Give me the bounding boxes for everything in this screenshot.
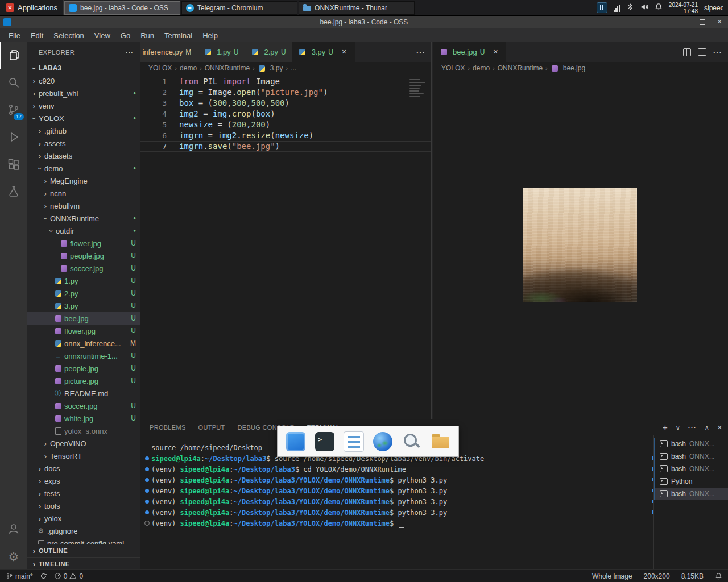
tree-folder[interactable]: tools	[27, 500, 140, 512]
source-control-activity-button[interactable]: 17	[0, 97, 27, 124]
minimize-button[interactable]	[677, 15, 694, 28]
tree-folder[interactable]: ONNXRuntime●	[27, 212, 140, 225]
breadcrumb-item[interactable]: YOLOX	[148, 64, 172, 72]
tree-file[interactable]: flower.jpgU	[27, 237, 140, 250]
menu-terminal[interactable]: Terminal	[159, 28, 197, 42]
tree-folder[interactable]: venv	[27, 99, 140, 112]
tree-file[interactable]: bee.jpgU	[27, 312, 140, 325]
settings-button[interactable]: ⚙	[0, 543, 27, 570]
breadcrumb-item[interactable]: bee.jpg	[551, 64, 585, 72]
maximize-panel-icon[interactable]	[705, 423, 709, 431]
tree-folder[interactable]: tests	[27, 487, 140, 500]
launcher-item-search[interactable]	[399, 429, 424, 454]
tree-folder[interactable]: demo●	[27, 162, 140, 174]
launcher-item-terminal[interactable]	[312, 429, 337, 454]
explorer-activity-button[interactable]	[0, 42, 27, 69]
tree-folder[interactable]: OpenVINO	[27, 437, 140, 450]
tree-file[interactable]: white.jpgU	[27, 412, 140, 425]
terminal-list-item[interactable]: Python	[654, 475, 728, 488]
outline-section[interactable]: OUTLINE	[27, 544, 140, 557]
tree-file[interactable]: flower.jpgU	[27, 325, 140, 337]
menu-file[interactable]: File	[3, 28, 26, 42]
tree-folder[interactable]: assets	[27, 137, 140, 149]
search-activity-button[interactable]	[0, 69, 27, 97]
tree-file[interactable]: picture.jpgU	[27, 375, 140, 387]
breadcrumb-item[interactable]: ...	[291, 64, 296, 72]
problems-status[interactable]: 0 0	[54, 572, 83, 580]
extensions-activity-button[interactable]	[0, 151, 27, 178]
more-actions-icon[interactable]	[713, 48, 722, 56]
tree-file[interactable]: 1.pyU	[27, 275, 140, 287]
menu-edit[interactable]: Edit	[26, 28, 48, 42]
tree-file[interactable]: 2.pyU	[27, 287, 140, 300]
tree-folder[interactable]: prebuilt_whl●	[27, 87, 140, 99]
resource-monitor-icon[interactable]	[614, 4, 620, 12]
tree-file[interactable]: soccer.jpgU	[27, 400, 140, 412]
close-panel-icon[interactable]	[717, 423, 722, 431]
terminal-list-item[interactable]: bashONNX...	[654, 438, 728, 450]
tree-file[interactable]: .gitignore	[27, 525, 140, 537]
tree-folder[interactable]: exps	[27, 475, 140, 487]
tree-folder[interactable]: MegEngine	[27, 174, 140, 187]
menu-view[interactable]: View	[89, 28, 115, 42]
workspace-root-row[interactable]: LABA3	[27, 62, 140, 74]
bluetooth-icon[interactable]	[626, 3, 634, 13]
tree-file[interactable]: README.md	[27, 387, 140, 400]
taskbar-window-button[interactable]: Telegram - Chromium	[181, 1, 297, 15]
close-icon[interactable]: ✕	[340, 48, 349, 56]
tree-folder[interactable]: TensorRT	[27, 450, 140, 462]
terminal-list-item[interactable]: bashONNX...	[654, 463, 728, 475]
tree-folder[interactable]: docs	[27, 462, 140, 475]
breadcrumb-item[interactable]: ONNXRuntime	[498, 64, 543, 72]
breadcrumb-item[interactable]: demo	[473, 64, 490, 72]
status-200x200[interactable]: 200x200	[644, 572, 670, 580]
launcher-item-files[interactable]	[428, 429, 453, 454]
editor-layout-icon[interactable]	[698, 48, 706, 56]
accounts-button[interactable]	[0, 516, 27, 543]
timeline-section[interactable]: TIMELINE	[27, 557, 140, 570]
terminal-dropdown-icon[interactable]	[676, 423, 680, 431]
maximize-button[interactable]	[694, 15, 711, 28]
terminal-list-item[interactable]: bashONNX...	[654, 488, 728, 500]
applications-menu-button[interactable]: Applications	[0, 0, 64, 15]
menu-run[interactable]: Run	[135, 28, 159, 42]
tree-folder[interactable]: yolox	[27, 512, 140, 525]
tree-folder[interactable]: c920	[27, 74, 140, 87]
tree-folder[interactable]: YOLOX●	[27, 112, 140, 124]
tree-folder[interactable]: datasets	[27, 149, 140, 162]
menu-go[interactable]: Go	[115, 28, 135, 42]
tree-file[interactable]: 3.pyU	[27, 300, 140, 312]
code-editor[interactable]: 1from PIL import Image2img = Image.open(…	[140, 74, 431, 421]
sync-button[interactable]	[40, 572, 47, 580]
new-terminal-icon[interactable]	[663, 423, 668, 432]
launcher-item-display[interactable]	[283, 429, 308, 454]
tree-file[interactable]: soccer.jpgU	[27, 262, 140, 275]
tree-folder[interactable]: ncnn	[27, 187, 140, 199]
launcher-item-browser[interactable]	[370, 429, 395, 454]
tree-file[interactable]: yolox_s.onnx	[27, 425, 140, 437]
tab-3.py[interactable]: 3.pyU✕	[292, 42, 355, 62]
tree-file[interactable]: onnx_inference...M	[27, 337, 140, 350]
tree-folder[interactable]: outdir●	[27, 225, 140, 237]
taskbar-window-button[interactable]: ONNXRuntime - Thunar	[299, 1, 415, 15]
status-whole-image[interactable]: Whole Image	[592, 572, 632, 580]
tree-file[interactable]: onnxruntime-1...U	[27, 350, 140, 362]
tab-bee.jpg[interactable]: bee.jpgU✕	[433, 42, 506, 62]
run-debug-activity-button[interactable]	[0, 124, 27, 151]
tree-folder[interactable]: .github	[27, 124, 140, 137]
tray-app-icon[interactable]	[597, 2, 607, 13]
breadcrumb-item[interactable]: 3.py	[258, 64, 283, 72]
close-icon[interactable]: ✕	[491, 48, 500, 56]
user-indicator[interactable]: sipeed	[704, 4, 723, 12]
tree-file[interactable]: pre-commit-config.yaml	[27, 537, 140, 544]
taskbar-window-button[interactable]: bee.jpg - laba3 - Code - OSS	[64, 1, 180, 15]
notifications-icon[interactable]	[655, 3, 663, 13]
tab-onnx_inference.py[interactable]: onnx_inference.pyM	[140, 42, 197, 62]
minimap[interactable]	[410, 77, 427, 99]
terminal-list-item[interactable]: bashONNX...	[654, 450, 728, 463]
launcher-item-tasks[interactable]	[341, 429, 366, 454]
panel-tab-problems[interactable]: PROBLEMS	[150, 419, 186, 435]
notifications-bell[interactable]	[715, 572, 722, 580]
breadcrumb-item[interactable]: YOLOX	[441, 64, 465, 72]
panel-more-actions-icon[interactable]	[688, 423, 697, 431]
